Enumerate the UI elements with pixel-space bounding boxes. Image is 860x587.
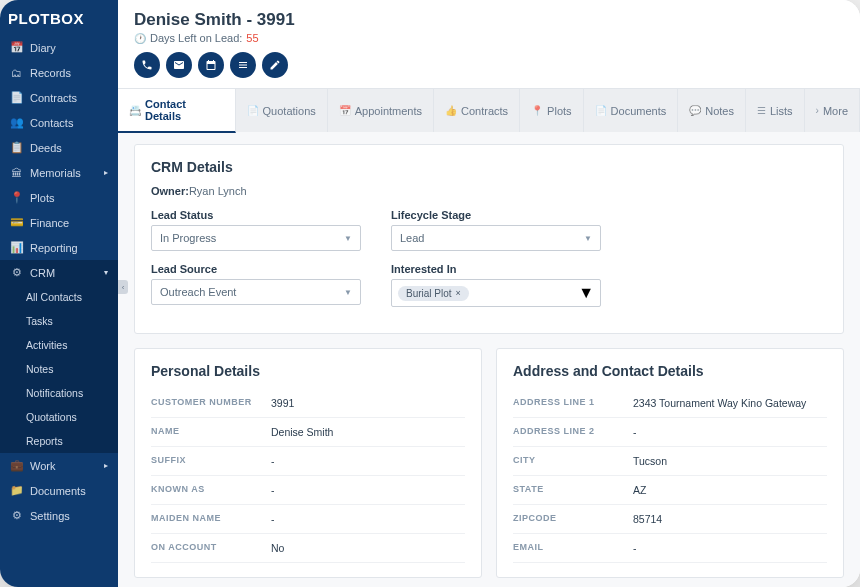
phone-button[interactable] — [134, 52, 160, 78]
clock-icon: 🕐 — [134, 33, 146, 44]
detail-row: ADDRESS LINE 2- — [513, 418, 827, 447]
deeds-icon: 📋 — [10, 141, 23, 154]
sidebar-subitem-tasks[interactable]: Tasks — [0, 309, 118, 333]
detail-row: CUSTOMER NUMBER3991 — [151, 389, 465, 418]
calendar-button[interactable] — [198, 52, 224, 78]
page-header: Denise Smith - 3991 🕐 Days Left on Lead:… — [118, 0, 860, 88]
sidebar-subitem-notes[interactable]: Notes — [0, 357, 118, 381]
sidebar-item-finance[interactable]: 💳Finance — [0, 210, 118, 235]
owner-row: Owner:Ryan Lynch — [151, 185, 827, 197]
lead-days-subtitle: 🕐 Days Left on Lead: 55 — [134, 32, 844, 44]
settings-icon: ⚙ — [10, 509, 23, 522]
tab-documents[interactable]: 📄Documents — [584, 89, 679, 132]
detail-label: MAIDEN NAME — [151, 513, 271, 525]
tab-icon: 📍 — [531, 105, 543, 116]
detail-label: NAME — [151, 426, 271, 438]
tab-icon: 📄 — [247, 105, 259, 116]
personal-card-title: Personal Details — [151, 363, 465, 379]
chevron-icon: ▸ — [104, 168, 108, 177]
personal-details-card: Personal Details CUSTOMER NUMBER3991NAME… — [134, 348, 482, 578]
sidebar-item-work[interactable]: 💼Work▸ — [0, 453, 118, 478]
detail-label: ADDRESS LINE 2 — [513, 426, 633, 438]
days-left-value: 55 — [246, 32, 258, 44]
sidebar-item-plots[interactable]: 📍Plots — [0, 185, 118, 210]
sidebar-subitem-notifications[interactable]: Notifications — [0, 381, 118, 405]
detail-label: STATE — [513, 484, 633, 496]
tab-icon: 📅 — [339, 105, 351, 116]
sidebar-item-diary[interactable]: 📅Diary — [0, 35, 118, 60]
crm-icon: ⚙ — [10, 266, 23, 279]
plots-icon: 📍 — [10, 191, 23, 204]
detail-row: ADDRESS LINE 12343 Tournament Way Kino G… — [513, 389, 827, 418]
tab-notes[interactable]: 💬Notes — [678, 89, 746, 132]
main-content: Denise Smith - 3991 🕐 Days Left on Lead:… — [118, 0, 860, 587]
sidebar-item-contacts[interactable]: 👥Contacts — [0, 110, 118, 135]
detail-row: ZIPCODE85714 — [513, 505, 827, 534]
page-title: Denise Smith - 3991 — [134, 10, 844, 30]
memorials-icon: 🏛 — [10, 166, 23, 179]
sidebar-subitem-activities[interactable]: Activities — [0, 333, 118, 357]
lifecycle-label: Lifecycle Stage — [391, 209, 601, 221]
work-icon: 💼 — [10, 459, 23, 472]
email-button[interactable] — [166, 52, 192, 78]
sidebar-collapse-handle[interactable]: ‹ — [118, 280, 128, 294]
edit-button[interactable] — [262, 52, 288, 78]
records-icon: 🗂 — [10, 66, 23, 79]
detail-value: - — [271, 455, 275, 467]
tab-contact-details[interactable]: 📇Contact Details — [118, 89, 236, 133]
sidebar-item-documents[interactable]: 📁Documents — [0, 478, 118, 503]
lead-source-select[interactable]: Outreach Event▼ — [151, 279, 361, 305]
sidebar-subitem-reports[interactable]: Reports — [0, 429, 118, 453]
documents-icon: 📁 — [10, 484, 23, 497]
diary-icon: 📅 — [10, 41, 23, 54]
chevron-down-icon: ▼ — [584, 234, 592, 243]
detail-row: SUFFIX- — [151, 447, 465, 476]
chevron-down-icon: ▼ — [578, 284, 594, 302]
sidebar-item-contracts[interactable]: 📄Contracts — [0, 85, 118, 110]
tab-icon: 💬 — [689, 105, 701, 116]
interested-select[interactable]: Burial Plot× ▼ — [391, 279, 601, 307]
sidebar-item-memorials[interactable]: 🏛Memorials▸ — [0, 160, 118, 185]
address-details-card: Address and Contact Details ADDRESS LINE… — [496, 348, 844, 578]
tab-plots[interactable]: 📍Plots — [520, 89, 583, 132]
detail-value: 3991 — [271, 397, 294, 409]
list-button[interactable] — [230, 52, 256, 78]
sidebar-item-deeds[interactable]: 📋Deeds — [0, 135, 118, 160]
lifecycle-select[interactable]: Lead▼ — [391, 225, 601, 251]
detail-row: STATEAZ — [513, 476, 827, 505]
tab-icon: 📇 — [129, 105, 141, 116]
tab-contracts[interactable]: 👍Contracts — [434, 89, 520, 132]
detail-row: NAMEDenise Smith — [151, 418, 465, 447]
sidebar-subitem-all-contacts[interactable]: All Contacts — [0, 285, 118, 309]
tab-appointments[interactable]: 📅Appointments — [328, 89, 434, 132]
sidebar-item-reporting[interactable]: 📊Reporting — [0, 235, 118, 260]
sidebar-item-crm[interactable]: ⚙CRM▾ — [0, 260, 118, 285]
detail-value: Denise Smith — [271, 426, 333, 438]
detail-row: ON ACCOUNTNo — [151, 534, 465, 563]
content-area: CRM Details Owner:Ryan Lynch Lead Status… — [118, 132, 860, 587]
contacts-icon: 👥 — [10, 116, 23, 129]
tab-lists[interactable]: ☰Lists — [746, 89, 805, 132]
detail-row: EMAIL- — [513, 534, 827, 563]
reporting-icon: 📊 — [10, 241, 23, 254]
sidebar-subitem-quotations[interactable]: Quotations — [0, 405, 118, 429]
sidebar-item-records[interactable]: 🗂Records — [0, 60, 118, 85]
sidebar-nav: 📅Diary🗂Records📄Contracts👥Contacts📋Deeds🏛… — [0, 35, 118, 587]
detail-value: - — [271, 484, 275, 496]
tab-quotations[interactable]: 📄Quotations — [236, 89, 328, 132]
detail-value: 2343 Tournament Way Kino Gateway — [633, 397, 806, 409]
sidebar-item-settings[interactable]: ⚙Settings — [0, 503, 118, 528]
sidebar: PLOTBOX 📅Diary🗂Records📄Contracts👥Contact… — [0, 0, 118, 587]
detail-value: AZ — [633, 484, 646, 496]
detail-value: 85714 — [633, 513, 662, 525]
remove-tag-icon[interactable]: × — [456, 288, 461, 298]
detail-label: EMAIL — [513, 542, 633, 554]
detail-value: No — [271, 542, 284, 554]
lead-status-select[interactable]: In Progress▼ — [151, 225, 361, 251]
tab-more[interactable]: ›More — [805, 89, 860, 132]
interest-tag: Burial Plot× — [398, 286, 469, 301]
detail-label: SUFFIX — [151, 455, 271, 467]
detail-value: - — [633, 542, 637, 554]
finance-icon: 💳 — [10, 216, 23, 229]
tab-icon: 👍 — [445, 105, 457, 116]
